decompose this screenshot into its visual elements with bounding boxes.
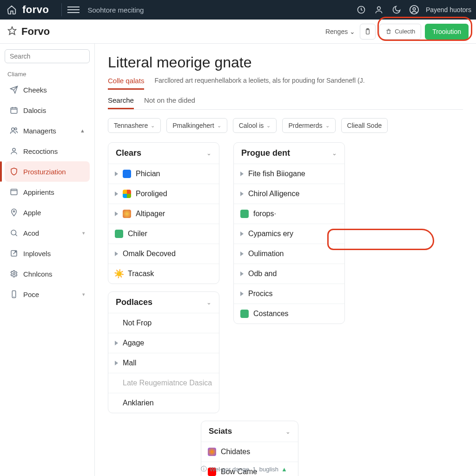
list-item-label: Not Frop bbox=[123, 319, 212, 327]
filters-row: Tennashere⌄Pmalkingehert⌄Calool is⌄Prder… bbox=[108, 118, 463, 133]
list-item-label: Poroliged bbox=[136, 190, 212, 198]
card-header[interactable]: Sciats ⌄ bbox=[201, 421, 298, 442]
list-item-label: Late Reugemiatnce Dasica bbox=[123, 379, 212, 387]
sidebar-item-cheeks[interactable]: Cheeks bbox=[5, 79, 90, 100]
home-icon[interactable] bbox=[5, 3, 19, 17]
clipboard-button[interactable] bbox=[360, 24, 376, 40]
sidebar-item-managerts[interactable]: Managerts▲ bbox=[5, 120, 90, 141]
primary-action-button[interactable]: Trooiution bbox=[425, 24, 469, 40]
filter-label: Pmalkingehert bbox=[172, 122, 214, 129]
disclosure-triangle-icon bbox=[115, 212, 118, 216]
sidebar-item-appirients[interactable]: Appirients bbox=[5, 182, 90, 202]
list-item[interactable]: Chirol Alligence bbox=[234, 184, 344, 204]
svg-marker-4 bbox=[8, 26, 16, 34]
filter-button[interactable]: Pmalkingehert⌄ bbox=[166, 118, 227, 133]
sidebar-item-recoctions[interactable]: Recoctions bbox=[5, 141, 90, 161]
svg-point-10 bbox=[13, 148, 15, 151]
chevron-down-icon: ⌄ bbox=[285, 428, 291, 435]
card-title: Podlaces bbox=[116, 298, 152, 307]
card-header[interactable]: Podlaces ⌄ bbox=[108, 292, 219, 313]
hamburger-icon[interactable] bbox=[67, 7, 79, 13]
sidebar-item-prosturziation[interactable]: Prosturziation bbox=[5, 161, 90, 182]
tab[interactable]: Colle qalats bbox=[108, 77, 144, 90]
list-item-label: Chirol Alligence bbox=[248, 190, 338, 198]
app-icon bbox=[208, 448, 216, 456]
sidebar-item-label: Acod bbox=[23, 229, 39, 237]
breadcrumb[interactable]: Soohtore meciting bbox=[88, 6, 144, 14]
star-icon[interactable] bbox=[7, 26, 17, 37]
disclosure-triangle-icon bbox=[115, 192, 118, 196]
list-item[interactable]: Late Reugemiatnce Dasica bbox=[108, 373, 219, 393]
renges-link[interactable]: Renges ⌄ bbox=[325, 28, 355, 35]
pin-icon bbox=[9, 208, 19, 217]
sidebar-item-acod[interactable]: Acod▾ bbox=[5, 223, 90, 243]
footer-note: ⓘ Wel-gor dange. 1, buglish ▲ bbox=[201, 465, 287, 473]
filter-button[interactable]: Calool is⌄ bbox=[233, 118, 277, 133]
sidebar-item-poce[interactable]: Poce▾ bbox=[5, 284, 90, 304]
list-item-label: Mall bbox=[123, 359, 212, 367]
tabs-row: Colle qalatsFarcllored art requenhellabo… bbox=[108, 77, 463, 90]
list-item[interactable]: Procics bbox=[234, 284, 344, 304]
sidebar-item-label: Prosturziation bbox=[23, 168, 66, 176]
clock-icon[interactable] bbox=[354, 3, 368, 17]
disclosure-triangle-icon bbox=[115, 172, 118, 176]
filter-button[interactable]: Clieall Sode bbox=[341, 118, 388, 133]
list-item[interactable]: Fite fish Biiogane bbox=[234, 164, 344, 184]
sidebar-item-label: Managerts bbox=[23, 127, 56, 135]
list-item-label: Chidates bbox=[221, 448, 291, 456]
list-item[interactable]: Agage bbox=[108, 333, 219, 353]
brand-logo[interactable]: forvo bbox=[22, 4, 49, 16]
sidebar-item-apple[interactable]: Apple bbox=[5, 202, 90, 223]
disclosure-triangle-icon bbox=[115, 361, 118, 365]
list-item[interactable]: Omalk Decoved bbox=[108, 244, 219, 264]
shield-icon bbox=[9, 167, 19, 176]
avatar-icon[interactable] bbox=[407, 3, 421, 17]
culect-label: Culecth bbox=[395, 28, 415, 35]
list-item[interactable]: Costances bbox=[234, 304, 344, 324]
sidebar-item-label: Apple bbox=[23, 209, 41, 217]
list-item[interactable]: Odb and bbox=[234, 264, 344, 284]
filter-button[interactable]: Tennashere⌄ bbox=[108, 118, 161, 133]
list-item[interactable]: Oulimation bbox=[234, 244, 344, 264]
user-icon[interactable] bbox=[372, 3, 386, 17]
subtab[interactable]: Searche bbox=[108, 93, 134, 109]
moon-icon[interactable] bbox=[390, 3, 403, 17]
list-item-label: Altipager bbox=[136, 210, 212, 218]
list-item[interactable]: Phician bbox=[108, 164, 219, 184]
sidebar-item-dalocis[interactable]: Dalocis bbox=[5, 100, 90, 120]
sidebar-item-label: Poce bbox=[23, 291, 39, 298]
pay-label[interactable]: Payend huotors bbox=[426, 6, 471, 13]
list-item[interactable]: Chiler bbox=[108, 224, 219, 244]
list-item[interactable]: ☀️Tracask bbox=[108, 264, 219, 284]
culect-button[interactable]: Culecth bbox=[379, 24, 421, 40]
app-icon bbox=[240, 310, 249, 318]
card-header[interactable]: Clears ⌄ bbox=[108, 143, 219, 164]
person-icon bbox=[9, 146, 19, 156]
sidebar-item-label: Recoctions bbox=[23, 147, 58, 155]
list-item[interactable]: Poroliged bbox=[108, 184, 219, 204]
disclosure-triangle-icon bbox=[240, 271, 244, 276]
list-item[interactable]: Mall bbox=[108, 353, 219, 373]
list-item-label: Chiler bbox=[128, 230, 212, 238]
list-item[interactable]: Chidates bbox=[201, 442, 298, 462]
card-header[interactable]: Progue dent ⌄ bbox=[234, 143, 344, 164]
subtab[interactable]: Not on the dided bbox=[144, 93, 195, 109]
card-progue: Progue dent ⌄ Fite fish BiioganeChirol A… bbox=[233, 142, 345, 324]
footer-text: Wel-gor dange. 1, buglish bbox=[210, 466, 278, 473]
chevron-down-icon: ▾ bbox=[82, 291, 85, 298]
svg-point-1 bbox=[377, 7, 381, 10]
sidebar-item-inplovels[interactable]: Inplovels bbox=[5, 243, 90, 264]
disclosure-triangle-icon bbox=[240, 291, 244, 296]
list-item[interactable]: Altipager bbox=[108, 204, 219, 224]
list-item[interactable]: forops· bbox=[234, 204, 344, 224]
list-item[interactable]: Anklarien bbox=[108, 393, 219, 413]
app-icon bbox=[123, 210, 131, 218]
disclosure-triangle-icon bbox=[240, 192, 244, 196]
sidebar-item-chnlcons[interactable]: Chnlcons bbox=[5, 264, 90, 284]
list-item[interactable]: Cypamics ery bbox=[234, 224, 344, 244]
list-item[interactable]: Not Frop bbox=[108, 313, 219, 333]
search-input[interactable] bbox=[5, 49, 90, 63]
sidebar-item-label: Cheeks bbox=[23, 86, 47, 94]
filter-button[interactable]: Prdermerds⌄ bbox=[282, 118, 335, 133]
disclosure-triangle-icon bbox=[240, 231, 244, 236]
